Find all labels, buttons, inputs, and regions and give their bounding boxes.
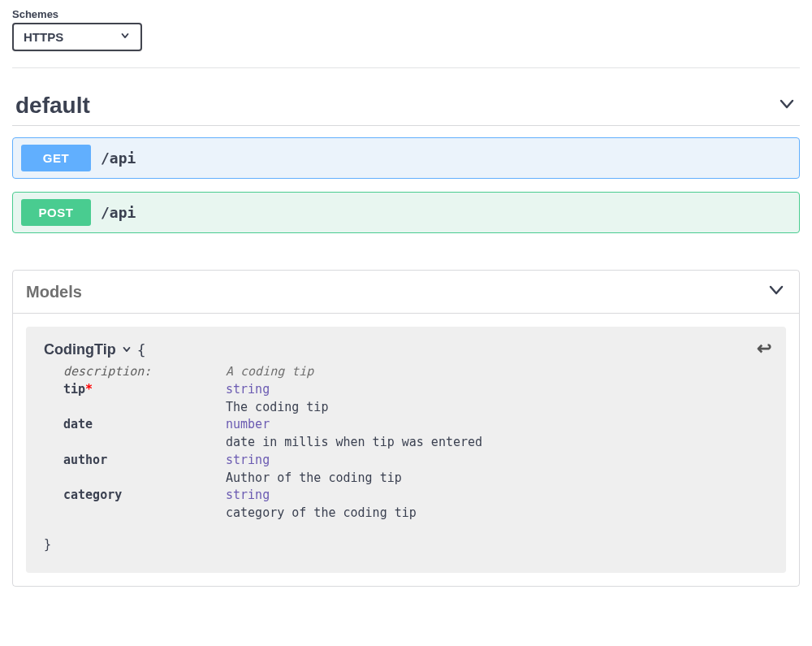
- model-description-key: description:: [63, 363, 226, 381]
- model-prop-type: number: [226, 416, 270, 434]
- tag-title: default: [15, 93, 90, 119]
- schemes-label: Schemes: [12, 8, 800, 20]
- endpoint-post-api[interactable]: POST /api: [12, 192, 800, 233]
- model-name: CodingTip: [44, 341, 116, 358]
- models-title: Models: [26, 283, 82, 301]
- tag-header[interactable]: default: [12, 68, 800, 126]
- models-container: Models ↩ CodingTip { description: A codi…: [12, 270, 800, 587]
- method-badge-post: POST: [21, 199, 91, 226]
- close-brace: }: [44, 537, 768, 552]
- model-prop-key: tip*: [63, 381, 226, 399]
- endpoint-get-api[interactable]: GET /api: [12, 137, 800, 179]
- method-badge-get: GET: [21, 145, 91, 171]
- model-prop-type: string: [226, 452, 270, 470]
- endpoint-path: /api: [101, 204, 136, 221]
- model-prop-desc: date in millis when tip was entered: [226, 434, 482, 452]
- endpoint-path: /api: [101, 150, 136, 167]
- model-prop-desc: Author of the coding tip: [226, 470, 402, 488]
- model-name-row[interactable]: CodingTip {: [44, 341, 768, 358]
- models-header[interactable]: Models: [13, 271, 799, 313]
- open-brace: {: [137, 341, 146, 358]
- model-prop-key: author: [63, 452, 226, 470]
- model-card-codingtip: ↩ CodingTip { description: A coding tip …: [26, 327, 786, 573]
- models-body: ↩ CodingTip { description: A coding tip …: [13, 313, 799, 586]
- model-prop-key: category: [63, 487, 226, 505]
- chevron-down-icon: [777, 94, 797, 117]
- schemes-section: Schemes HTTPS: [12, 8, 800, 51]
- chevron-down-icon: [121, 341, 132, 358]
- model-prop-key: date: [63, 416, 226, 434]
- return-icon[interactable]: ↩: [757, 338, 771, 359]
- model-description-val: A coding tip: [226, 363, 313, 381]
- model-prop-type: string: [226, 487, 270, 505]
- chevron-down-icon: [767, 280, 786, 303]
- schemes-select-wrap: HTTPS: [12, 23, 142, 51]
- model-prop-type: string: [226, 381, 270, 399]
- model-properties: description: A coding tip tip* string Th…: [44, 363, 768, 522]
- model-prop-desc: category of the coding tip: [226, 505, 417, 522]
- model-prop-desc: The coding tip: [226, 399, 328, 417]
- schemes-select[interactable]: HTTPS: [12, 23, 142, 51]
